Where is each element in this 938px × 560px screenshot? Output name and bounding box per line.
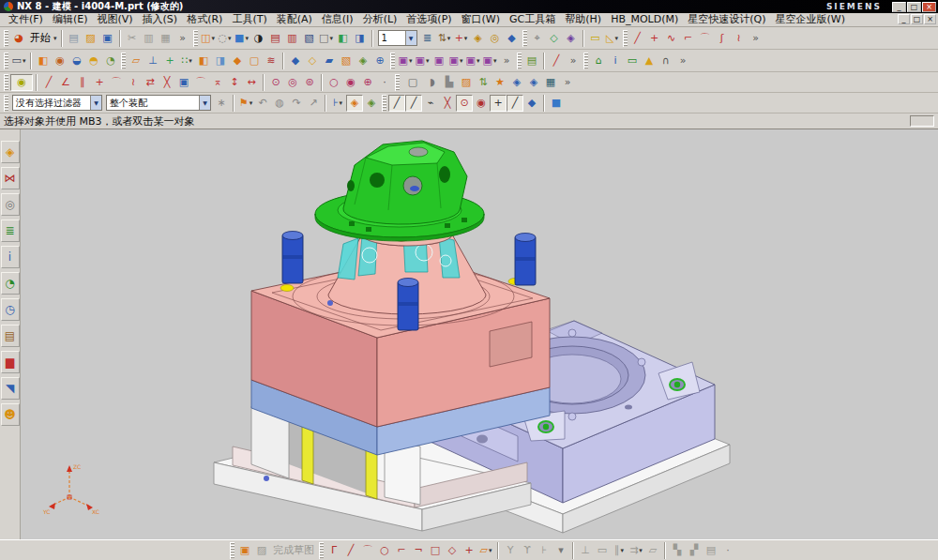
selection-scope-combo-arrow[interactable]: ▼ [199,96,210,110]
emboss-icon[interactable]: ◆ [229,53,246,69]
sk-fillet-icon[interactable]: ⌒ [192,74,209,91]
split-body-icon[interactable]: ◈ [355,53,371,69]
render-style-icon[interactable]: ◑ [250,30,267,47]
circle-icon[interactable]: ○ [376,542,393,559]
point2-icon[interactable]: + [461,542,477,559]
show-constraints-icon-dropdown[interactable]: ▾ [620,547,624,554]
shaded-cube-icon[interactable]: ■ [548,95,565,112]
show-constraints-icon[interactable]: ∥▾ [611,542,628,559]
layer-settings-icon[interactable]: ≣ [419,30,436,47]
dimension-tool-icon-dropdown[interactable]: ▾ [340,99,343,107]
mw-trim-icon[interactable]: ▣▾ [481,53,498,69]
revolve-icon[interactable]: ◉ [52,53,68,69]
maximize-button[interactable]: □ [907,2,921,12]
model-canvas[interactable]: ZC XC YC [21,129,938,539]
toolbar-overflow-icon[interactable]: · [719,542,736,559]
shaded-view-icon-dropdown[interactable]: ▾ [245,35,249,42]
product-cap[interactable] [315,141,484,241]
polygon-icon[interactable]: ◇ [444,542,461,559]
select-face-icon[interactable]: ◇ [546,30,563,47]
pattern-feature-icon[interactable]: ∷▾ [178,53,195,69]
undo-icon[interactable]: ↶ [254,95,271,112]
type-filter-combo-arrow[interactable]: ▼ [90,96,101,110]
sk-chamfer-icon[interactable]: ⌅ [209,74,226,91]
quick-trim-icon[interactable]: Y [502,542,519,559]
mw-insert-icon[interactable]: ▣▾ [464,53,481,69]
boss-icon[interactable]: ◓ [85,53,102,69]
redo-icon[interactable]: ↷ [288,95,305,112]
menu-10[interactable]: 首选项(P) [401,13,456,26]
history-icon[interactable]: ◷ [1,298,20,321]
toolbar-grip[interactable] [319,542,324,559]
convert-reference-icon[interactable]: ▱ [644,542,661,559]
toolbar-grip[interactable] [4,30,8,47]
menu-11[interactable]: 窗口(W) [457,13,505,26]
toolbar-overflow-icon[interactable]: » [565,53,582,69]
visual-recipe-icon[interactable]: ▨ [458,74,475,91]
toolbar-grip[interactable] [522,30,527,47]
edge-blend-icon[interactable]: ◆ [287,53,304,69]
assembly-navigator-icon[interactable]: ◈ [1,141,20,163]
extrude-icon[interactable]: ◧ [35,53,52,69]
sk-parallel-icon[interactable]: ∥ [74,74,91,91]
orient-front-icon[interactable]: ◧ [335,30,352,47]
chart-icon[interactable]: ▙ [441,74,458,91]
pattern-feature-icon-dropdown[interactable]: ▾ [189,57,192,65]
shaded-view-icon[interactable]: ■▾ [234,30,250,47]
toolbar-grip[interactable] [390,53,395,69]
menu-5[interactable]: 格式(R) [182,13,227,26]
process-studio-icon[interactable]: ◥ [1,377,20,400]
nx-logo-icon[interactable]: ◕ [10,30,27,47]
mold-wizard-icon[interactable]: ⌂ [590,53,607,69]
toolbar-overflow-icon[interactable]: » [748,30,764,47]
close-button[interactable]: × [922,2,936,12]
toolbar-grip[interactable] [517,53,522,69]
snap-point-on-face-icon[interactable]: ◆ [523,95,540,112]
cut-icon[interactable]: ✂ [124,30,141,47]
general-filters-icon[interactable]: ⚑▾ [237,95,254,112]
curve-spline-icon[interactable]: ∿ [663,30,680,47]
info-icon[interactable]: i [607,53,624,69]
measure-distance-icon[interactable]: ▭ [587,30,604,47]
menu-15[interactable]: 星空快速设计(Q) [683,13,770,26]
curve-bridge-icon[interactable]: ʃ [714,30,731,47]
star-tool-icon[interactable]: ★ [492,74,508,91]
circle-center-icon[interactable]: ⊙ [267,74,284,91]
toolbar-grip[interactable] [4,95,8,112]
doc-minimize-button[interactable]: _ [898,14,910,24]
make-corner-icon[interactable]: ⊦ [536,542,552,559]
wcs-dynamics-icon-dropdown[interactable]: ▾ [464,35,468,42]
pencil-icon[interactable]: ↗ [305,95,322,112]
profile-icon[interactable]: Γ [325,542,342,559]
inferred-constraints-icon[interactable]: ▞ [686,542,703,559]
select-body-icon[interactable]: ◈ [563,30,580,47]
start-menu-button-dropdown[interactable]: ▾ [53,35,57,42]
sheet-view-icon[interactable]: ▧ [301,30,318,47]
selection-scope-combo[interactable]: 整个装配▼ [106,95,211,111]
toolbar-overflow-icon[interactable]: » [559,74,576,91]
subtract-icon[interactable]: ◨ [212,53,229,69]
sk-flip-icon[interactable]: ⇄ [142,74,159,91]
general-filters-icon-dropdown[interactable]: ▾ [250,99,253,107]
minimize-button[interactable]: _ [892,2,906,12]
doc-close-button[interactable]: × [924,14,936,24]
thread-icon[interactable]: ≋ [263,53,280,69]
wcs-triad[interactable]: ZC XC YC [42,463,99,515]
toolbar-overflow-icon[interactable]: ▾ [552,542,569,559]
draft-icon[interactable]: ▰ [321,53,338,69]
datum-plane-icon[interactable]: ▱ [128,53,144,69]
menu-7[interactable]: 装配(A) [272,13,317,26]
mw-cavity-icon[interactable]: ▣▾ [414,53,431,69]
menu-4[interactable]: 插入(S) [138,13,183,26]
grid-swatch-icon[interactable]: ▢ [401,74,424,91]
color-palette-icon[interactable]: ▆ [1,351,20,373]
pocket-icon[interactable]: ◔ [102,53,119,69]
work-layer-combo[interactable]: 1▼ [378,30,417,46]
chamfer-icon[interactable]: ◇ [304,53,321,69]
datum-axis-icon[interactable]: ⊥ [144,53,161,69]
type-filter-combo[interactable]: 没有选择过滤器▼ [12,95,102,111]
part-navigator-icon[interactable]: ◎ [1,193,20,216]
web-browser-icon[interactable]: ◔ [1,272,20,295]
sketch-icon[interactable]: ▭▾ [10,53,27,69]
sk-tangent-icon[interactable]: ≀ [125,74,142,91]
